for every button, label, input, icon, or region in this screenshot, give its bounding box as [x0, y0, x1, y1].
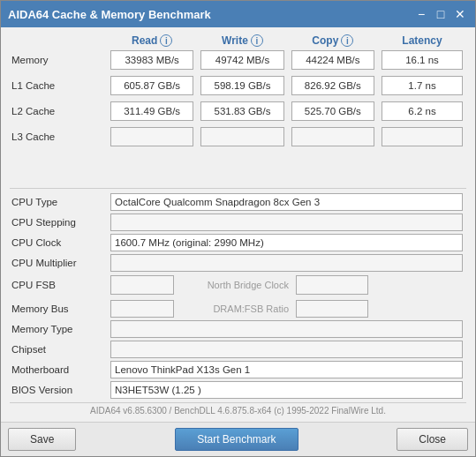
row-latency-value: 16.1 ns	[382, 50, 463, 70]
footer-text: AIDA64 v6.85.6300 / BenchDLL 4.6.875.8-x…	[10, 402, 466, 418]
info-row-label: CPU Stepping	[10, 217, 107, 228]
info-row: Chipset	[10, 340, 466, 359]
row-copy-value	[291, 127, 374, 146]
north-bridge-label: North Bridge Clock	[178, 280, 292, 290]
row-label: L1 Cache	[10, 80, 107, 91]
info-row-label: Motherboard	[10, 364, 107, 375]
cpu-info-rows: CPU TypeOctalCore Qualcomm Snapdragon 8c…	[10, 192, 466, 273]
window-title: AIDA64 Cache & Memory Benchmark	[8, 8, 211, 21]
info-row: Memory Type	[10, 319, 466, 339]
info-row-value: OctalCore Qualcomm Snapdragon 8cx Gen 3	[110, 193, 463, 211]
close-button-bar[interactable]: Close	[397, 428, 468, 451]
maximize-button[interactable]: □	[433, 6, 449, 22]
info-row-value: Lenovo ThinkPad X13s Gen 1	[110, 361, 463, 378]
info-row: CPU Clock1600.7 MHz (original: 2990 MHz)	[10, 233, 466, 252]
save-button[interactable]: Save	[8, 428, 76, 451]
row-copy-value: 826.92 GB/s	[291, 76, 374, 95]
row-read-value: 605.87 GB/s	[110, 76, 193, 95]
info-row-value: N3HET53W (1.25 )	[110, 381, 463, 399]
system-info-section: CPU TypeOctalCore Qualcomm Snapdragon 8c…	[10, 188, 466, 401]
info-row-value	[110, 320, 463, 338]
info-row: MotherboardLenovo ThinkPad X13s Gen 1	[10, 360, 466, 379]
info-row-value: 1600.7 MHz (original: 2990 MHz)	[110, 234, 463, 251]
row-write-value: 49742 MB/s	[200, 50, 283, 70]
info-row-label: CPU Clock	[10, 237, 107, 248]
info-row: BIOS VersionN3HET53W (1.25 )	[10, 380, 466, 400]
row-latency-value	[382, 127, 463, 146]
row-read-value	[110, 127, 193, 146]
info-row: CPU TypeOctalCore Qualcomm Snapdragon 8c…	[10, 192, 466, 212]
title-bar: AIDA64 Cache & Memory Benchmark − □ ✕	[1, 1, 475, 27]
info-row-label: BIOS Version	[10, 385, 107, 395]
benchmark-row: L3 Cache	[10, 125, 466, 148]
row-copy-value: 44224 MB/s	[291, 50, 374, 70]
north-bridge-value	[296, 275, 368, 295]
dram-fsb-label: DRAM:FSB Ratio	[178, 303, 292, 314]
window-controls: − □ ✕	[413, 6, 468, 22]
main-window: AIDA64 Cache & Memory Benchmark − □ ✕ Re…	[0, 0, 476, 457]
header-copy: Copy i	[288, 34, 378, 47]
benchmark-table: Read i Write i Copy i Latency Memory3398…	[10, 34, 466, 184]
minimize-button[interactable]: −	[413, 6, 429, 22]
cpu-fsb-row: CPU FSB North Bridge Clock	[10, 273, 466, 296]
memory-info-rows: Memory BusDRAM:FSB RatioMemory TypeChips…	[10, 299, 466, 400]
row-read-value: 311.49 GB/s	[110, 101, 193, 121]
write-info-icon[interactable]: i	[251, 34, 263, 47]
row-write-value	[200, 127, 283, 146]
info-row-label: CPU Multiplier	[10, 258, 107, 268]
info-row-label: Chipset	[10, 344, 107, 355]
row-read-value: 33983 MB/s	[110, 50, 193, 70]
row-label: L3 Cache	[10, 131, 107, 142]
benchmark-row: L2 Cache311.49 GB/s531.83 GB/s525.70 GB/…	[10, 100, 466, 123]
info-row-label: CPU Type	[10, 197, 107, 207]
close-button[interactable]: ✕	[452, 6, 468, 22]
info-row-value	[110, 341, 463, 358]
benchmark-button[interactable]: Start Benchmark	[175, 428, 298, 451]
info-row: Memory BusDRAM:FSB Ratio	[10, 299, 466, 318]
info-row-label: Memory Bus	[10, 303, 107, 314]
row-label: Memory	[10, 55, 107, 65]
row-latency-value: 6.2 ns	[382, 101, 463, 121]
info-row-value	[110, 214, 463, 231]
button-bar: Save Start Benchmark Close	[1, 422, 475, 456]
cpu-fsb-label: CPU FSB	[10, 280, 107, 290]
row-write-value: 598.19 GB/s	[200, 76, 283, 95]
benchmark-data-rows: Memory33983 MB/s49742 MB/s44224 MB/s16.1…	[10, 49, 466, 148]
row-copy-value: 525.70 GB/s	[291, 101, 374, 121]
benchmark-row: L1 Cache605.87 GB/s598.19 GB/s826.92 GB/…	[10, 74, 466, 97]
info-row-value	[110, 300, 174, 318]
dram-fsb-value	[296, 300, 368, 318]
header-read: Read i	[107, 34, 197, 47]
benchmark-row: Memory33983 MB/s49742 MB/s44224 MB/s16.1…	[10, 49, 466, 71]
column-headers: Read i Write i Copy i Latency	[10, 34, 466, 47]
info-row: CPU Multiplier	[10, 253, 466, 273]
read-info-icon[interactable]: i	[160, 34, 172, 47]
info-row-value	[110, 254, 463, 272]
header-write: Write i	[197, 34, 287, 47]
row-write-value: 531.83 GB/s	[200, 101, 283, 121]
copy-info-icon[interactable]: i	[341, 34, 353, 47]
info-row-label: Memory Type	[10, 324, 107, 334]
header-latency: Latency	[378, 34, 466, 47]
content-area: Read i Write i Copy i Latency Memory3398…	[1, 27, 475, 422]
row-label: L2 Cache	[10, 106, 107, 116]
row-latency-value: 1.7 ns	[382, 76, 463, 95]
cpu-fsb-value	[110, 275, 174, 295]
info-row: CPU Stepping	[10, 213, 466, 232]
